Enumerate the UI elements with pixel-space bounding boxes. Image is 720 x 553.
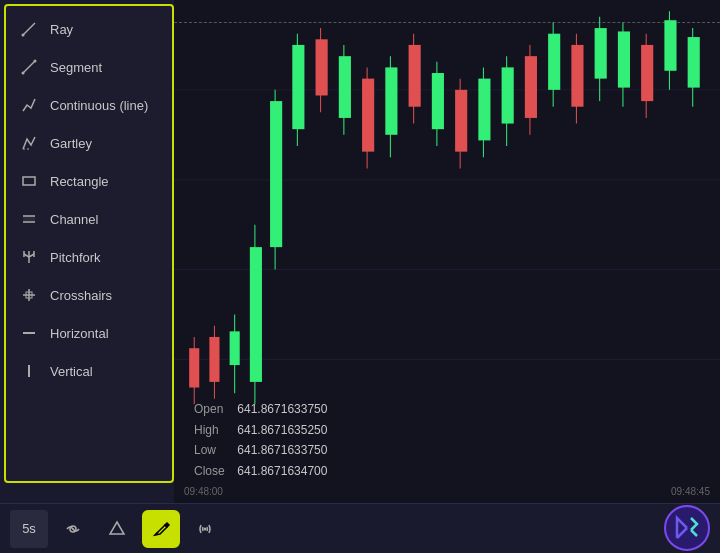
wave-tool-button[interactable]	[54, 510, 92, 548]
wave-icon	[63, 519, 83, 539]
tool-item-rectangle[interactable]: Rectangle	[6, 162, 172, 200]
bottom-toolbar: 5s	[0, 503, 720, 553]
tool-item-segment[interactable]: Segment	[6, 48, 172, 86]
horizontal-icon	[20, 324, 38, 342]
tool-label-crosshairs: Crosshairs	[50, 288, 112, 303]
svg-rect-43	[385, 67, 397, 134]
tool-item-horizontal[interactable]: Horizontal	[6, 314, 172, 352]
tool-label-pitchfork: Pitchfork	[50, 250, 101, 265]
svg-rect-49	[455, 90, 467, 152]
svg-rect-29	[230, 331, 240, 365]
signal-tool-button[interactable]	[186, 510, 224, 548]
high-value: 641.8671635250	[237, 423, 327, 437]
triangle-icon	[107, 519, 127, 539]
logo-svg	[669, 510, 705, 546]
close-value: 641.8671634700	[237, 464, 327, 478]
time-labels: 09:48:00 09:48:45	[174, 481, 720, 501]
svg-point-3	[22, 72, 25, 75]
interval-button[interactable]: 5s	[10, 510, 48, 548]
svg-rect-41	[362, 79, 374, 152]
tool-label-channel: Channel	[50, 212, 98, 227]
tool-item-continuous-line[interactable]: Continuous (line)	[6, 86, 172, 124]
rectangle-icon	[20, 172, 38, 190]
svg-rect-27	[209, 337, 219, 382]
tool-label-vertical: Vertical	[50, 364, 93, 379]
svg-rect-31	[250, 247, 262, 382]
tool-menu: Ray Segment Continuous (line)	[4, 4, 174, 483]
anchor-tool-button[interactable]	[98, 510, 136, 548]
svg-rect-59	[571, 45, 583, 107]
crosshairs-icon	[20, 286, 38, 304]
tool-label-horizontal: Horizontal	[50, 326, 109, 341]
svg-rect-39	[339, 56, 351, 118]
svg-point-1	[22, 34, 25, 37]
time-label-2: 09:48:45	[671, 486, 710, 497]
tool-label-continuous-line: Continuous (line)	[50, 98, 148, 113]
channel-icon	[20, 210, 38, 228]
price-info: Open 641.8671633750 High 641.8671635250 …	[194, 399, 327, 481]
time-label-1: 09:48:00	[184, 486, 223, 497]
low-value: 641.8671633750	[237, 443, 327, 457]
ray-icon	[20, 20, 38, 38]
tool-item-ray[interactable]: Ray	[6, 10, 172, 48]
open-label: Open	[194, 399, 234, 419]
svg-rect-69	[688, 37, 700, 88]
tool-item-pitchfork[interactable]: Pitchfork	[6, 238, 172, 276]
svg-rect-67	[664, 20, 676, 71]
tool-label-segment: Segment	[50, 60, 102, 75]
vertical-icon	[20, 362, 38, 380]
close-label: Close	[194, 461, 234, 481]
svg-rect-51	[478, 79, 490, 141]
pencil-icon	[151, 519, 171, 539]
svg-rect-55	[525, 56, 537, 118]
svg-line-0	[23, 23, 35, 35]
open-value: 641.8671633750	[237, 402, 327, 416]
main-area: Ray Segment Continuous (line)	[0, 0, 720, 553]
svg-point-4	[34, 60, 37, 63]
high-label: High	[194, 420, 234, 440]
svg-point-73	[204, 527, 207, 530]
svg-rect-61	[595, 28, 607, 79]
continuous-line-icon	[20, 96, 38, 114]
svg-rect-25	[189, 348, 199, 387]
gartley-icon	[20, 134, 38, 152]
segment-icon	[20, 58, 38, 76]
svg-rect-6	[23, 177, 35, 185]
svg-line-2	[23, 61, 35, 73]
draw-tool-button[interactable]	[142, 510, 180, 548]
low-label: Low	[194, 440, 234, 460]
svg-rect-9	[23, 216, 35, 222]
svg-rect-65	[641, 45, 653, 101]
pitchfork-icon	[20, 248, 38, 266]
tool-label-ray: Ray	[50, 22, 73, 37]
tool-item-channel[interactable]: Channel	[6, 200, 172, 238]
svg-rect-37	[316, 39, 328, 95]
svg-rect-63	[618, 31, 630, 87]
tool-label-rectangle: Rectangle	[50, 174, 109, 189]
tool-item-vertical[interactable]: Vertical	[6, 352, 172, 390]
tool-item-gartley[interactable]: Gartley	[6, 124, 172, 162]
logo	[664, 505, 710, 551]
signal-icon	[195, 519, 215, 539]
svg-rect-57	[548, 34, 560, 90]
svg-rect-47	[432, 73, 444, 129]
svg-rect-45	[409, 45, 421, 107]
chart-area: Open 641.8671633750 High 641.8671635250 …	[174, 0, 720, 553]
svg-rect-53	[502, 67, 514, 123]
tool-item-crosshairs[interactable]: Crosshairs	[6, 276, 172, 314]
svg-rect-35	[292, 45, 304, 129]
svg-rect-33	[270, 101, 282, 247]
tool-label-gartley: Gartley	[50, 136, 92, 151]
